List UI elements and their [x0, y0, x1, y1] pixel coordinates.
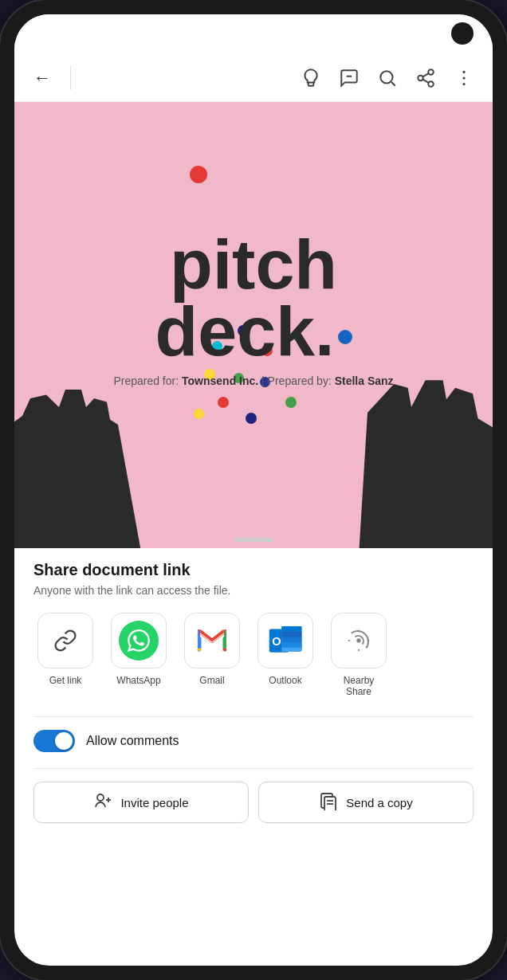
svg-point-12 — [462, 76, 465, 79]
highlight-icon[interactable] — [295, 62, 327, 94]
whatsapp-icon-box — [111, 613, 167, 668]
nav-icons — [295, 62, 480, 94]
svg-point-13 — [462, 82, 465, 84]
nearby-label: Nearby Share — [344, 675, 375, 697]
back-button[interactable]: ← — [27, 61, 57, 95]
svg-point-11 — [462, 70, 465, 73]
toggle-thumb — [55, 732, 73, 750]
share-item-outlook[interactable]: O Outlook — [254, 613, 317, 697]
hands-illustration — [14, 373, 493, 548]
share-item-nearby[interactable]: Nearby Share — [327, 613, 391, 697]
outlook-label: Outlook — [269, 675, 301, 686]
red-dot-decoration — [190, 166, 207, 183]
share-sheet-subtitle: Anyone with the link can access the file… — [33, 584, 474, 597]
share-item-get-link[interactable]: Get link — [33, 613, 97, 697]
nearby-icon-box — [331, 613, 387, 668]
get-link-icon-box — [37, 613, 93, 668]
phone-frame: ← — [0, 0, 507, 980]
get-link-label: Get link — [49, 675, 82, 686]
svg-text:O: O — [272, 635, 281, 648]
document-subtitle: Prepared for: Townsend Inc. | Prepared b… — [113, 374, 393, 387]
whatsapp-label: WhatsApp — [116, 675, 160, 686]
share-sheet-title: Share document link — [33, 561, 474, 579]
gmail-label: Gmail — [199, 675, 224, 686]
send-copy-button[interactable]: Send a copy — [258, 782, 474, 823]
svg-point-8 — [428, 81, 434, 87]
svg-point-4 — [380, 71, 392, 83]
document-preview: pitch deck. Prepared for: Townsend Inc. … — [14, 102, 493, 548]
invite-people-button[interactable]: Invite people — [33, 782, 249, 823]
svg-point-21 — [97, 794, 104, 801]
invite-people-icon — [93, 791, 112, 814]
svg-point-7 — [418, 75, 423, 80]
invite-people-label: Invite people — [120, 796, 188, 809]
camera-dot — [451, 22, 474, 45]
divider-2 — [33, 768, 474, 769]
whatsapp-icon — [119, 621, 159, 661]
allow-comments-toggle[interactable] — [33, 730, 75, 752]
comment-icon[interactable] — [333, 62, 365, 94]
share-apps-row: Get link WhatsApp — [33, 613, 474, 697]
svg-line-5 — [391, 82, 395, 86]
nav-divider — [70, 66, 71, 90]
hand-right — [341, 365, 493, 548]
svg-point-6 — [428, 69, 434, 75]
send-copy-label: Send a copy — [346, 796, 412, 809]
share-item-gmail[interactable]: Gmail — [180, 613, 244, 697]
hand-left — [14, 381, 158, 548]
search-icon[interactable] — [371, 62, 403, 94]
nav-bar: ← — [14, 54, 493, 102]
share-item-whatsapp[interactable]: WhatsApp — [107, 613, 171, 697]
share-icon[interactable] — [410, 62, 442, 94]
gmail-icon-box — [184, 613, 240, 668]
allow-comments-label: Allow comments — [86, 734, 179, 748]
phone-screen: ← — [14, 14, 493, 966]
pitch-title: pitch deck. — [155, 231, 352, 364]
outlook-icon-box: O — [257, 613, 313, 668]
svg-line-9 — [422, 79, 428, 82]
svg-line-10 — [422, 73, 428, 76]
svg-point-20 — [356, 638, 360, 642]
allow-comments-row: Allow comments — [33, 730, 474, 752]
bottom-action-buttons: Invite people Send a copy — [33, 782, 474, 823]
divider-1 — [33, 716, 474, 717]
share-bottom-sheet: Share document link Anyone with the link… — [14, 548, 493, 842]
blue-dot-decoration — [338, 330, 352, 344]
more-icon[interactable] — [448, 62, 480, 94]
status-bar — [14, 14, 493, 54]
send-copy-icon — [319, 791, 338, 814]
drag-handle[interactable] — [234, 538, 273, 542]
